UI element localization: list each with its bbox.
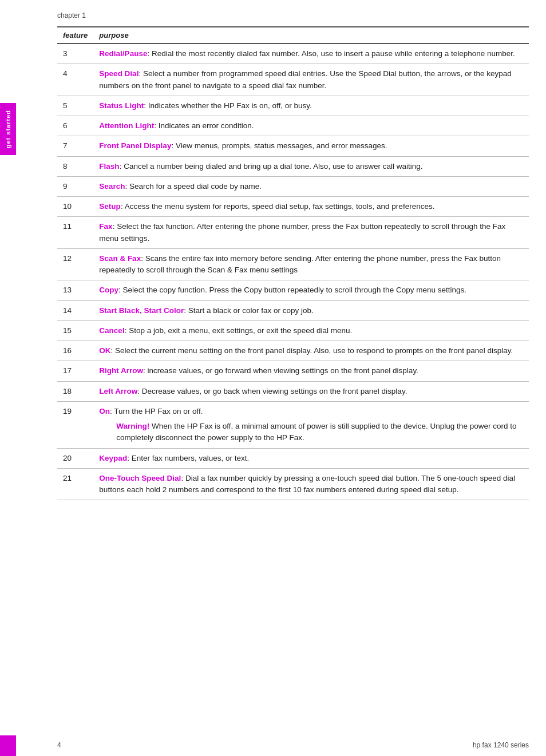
col-header-feature: feature (57, 27, 93, 43)
footer-pink-decoration (0, 735, 16, 756)
feature-number: 17 (57, 361, 93, 381)
feature-highlight: Left Arrow (99, 387, 137, 395)
feature-purpose: Right Arrow: increase values, or go forw… (93, 361, 529, 381)
feature-number: 3 (57, 43, 93, 64)
feature-text: : Decrease values, or go back when viewi… (137, 387, 407, 395)
feature-purpose: On: Turn the HP Fax on or off.Warning! W… (93, 401, 529, 448)
feature-highlight: Speed Dial (99, 69, 139, 78)
feature-highlight: Search (99, 182, 125, 191)
feature-text: : View menus, prompts, status messages, … (171, 141, 387, 150)
feature-number: 4 (57, 64, 93, 96)
feature-purpose: Redial/Pause: Redial the most recently d… (93, 43, 529, 64)
table-row: 12Scan & Fax: Scans the entire fax into … (57, 248, 529, 280)
feature-highlight: Redial/Pause (99, 49, 147, 58)
chapter-label: chapter 1 (57, 11, 529, 19)
feature-purpose: Search: Search for a speed dial code by … (93, 176, 529, 196)
feature-number: 18 (57, 381, 93, 401)
feature-purpose: Cancel: Stop a job, exit a menu, exit se… (93, 320, 529, 341)
feature-highlight: Status Light (99, 101, 144, 110)
page-footer: 4 hp fax 1240 series (23, 741, 529, 749)
feature-number: 5 (57, 96, 93, 116)
table-row: 17Right Arrow: increase values, or go fo… (57, 361, 529, 381)
table-body: 3Redial/Pause: Redial the most recently … (57, 43, 529, 500)
feature-number: 9 (57, 176, 93, 196)
feature-purpose: Front Panel Display: View menus, prompts… (93, 136, 529, 156)
feature-purpose: Scan & Fax: Scans the entire fax into me… (93, 248, 529, 280)
warning-text: When the HP Fax is off, a minimal amount… (116, 422, 516, 442)
feature-purpose: One-Touch Speed Dial: Dial a fax number … (93, 468, 529, 500)
feature-text: : Indicates an error condition. (154, 121, 254, 130)
warning-label: Warning! (116, 422, 149, 430)
feature-number: 20 (57, 448, 93, 468)
feature-purpose: OK: Select the current menu setting on t… (93, 341, 529, 361)
feature-text: : Indicates whether the HP Fax is on, of… (144, 101, 311, 110)
feature-number: 16 (57, 341, 93, 361)
table-row: 16OK: Select the current menu setting on… (57, 341, 529, 361)
feature-purpose: Attention Light: Indicates an error cond… (93, 116, 529, 136)
feature-highlight: Fax (99, 222, 112, 231)
feature-text: : Enter fax numbers, values, or text. (127, 454, 249, 462)
feature-highlight: Front Panel Display (99, 141, 171, 150)
table-header: feature purpose (57, 27, 529, 43)
footer-page-number: 4 (57, 741, 61, 749)
table-row: 19On: Turn the HP Fax on or off.Warning!… (57, 401, 529, 448)
feature-highlight: Scan & Fax (99, 254, 141, 263)
feature-highlight: Attention Light (99, 121, 154, 130)
feature-purpose: Setup: Access the menu system for report… (93, 197, 529, 217)
feature-number: 6 (57, 116, 93, 136)
feature-number: 8 (57, 156, 93, 176)
feature-text: : Start a black or color fax or copy job… (184, 306, 314, 315)
feature-text: : Select the current menu setting on the… (111, 346, 513, 355)
feature-number: 11 (57, 217, 93, 249)
feature-highlight: Start Black, Start Color (99, 306, 184, 315)
feature-purpose: Status Light: Indicates whether the HP F… (93, 96, 529, 116)
feature-purpose: Start Black, Start Color: Start a black … (93, 300, 529, 320)
col-header-purpose: purpose (93, 27, 529, 43)
table-row: 20Keypad: Enter fax numbers, values, or … (57, 448, 529, 468)
table-row: 10Setup: Access the menu system for repo… (57, 197, 529, 217)
feature-number: 14 (57, 300, 93, 320)
feature-text: : Stop a job, exit a menu, exit settings… (125, 326, 353, 335)
side-tab-label: get started (5, 110, 11, 148)
feature-text: : Turn the HP Fax on or off. (110, 407, 203, 415)
side-tab: get started (0, 103, 16, 155)
feature-number: 10 (57, 197, 93, 217)
table-row: 13Copy: Select the copy function. Press … (57, 280, 529, 300)
page-container: chapter 1 feature purpose 3Redial/Pause:… (23, 0, 529, 529)
table-row: 21One-Touch Speed Dial: Dial a fax numbe… (57, 468, 529, 500)
table-row: 6Attention Light: Indicates an error con… (57, 116, 529, 136)
feature-highlight: OK (99, 346, 110, 355)
feature-purpose: Speed Dial: Select a number from program… (93, 64, 529, 96)
feature-number: 15 (57, 320, 93, 341)
table-row: 5Status Light: Indicates whether the HP … (57, 96, 529, 116)
feature-purpose: Keypad: Enter fax numbers, values, or te… (93, 448, 529, 468)
feature-purpose: Copy: Select the copy function. Press th… (93, 280, 529, 300)
feature-number: 19 (57, 401, 93, 448)
feature-text: : Access the menu system for reports, sp… (121, 202, 435, 211)
table-row: 3Redial/Pause: Redial the most recently … (57, 43, 529, 64)
feature-highlight: Flash (99, 162, 119, 171)
feature-number: 12 (57, 248, 93, 280)
table-row: 8Flash: Cancel a number being dialed and… (57, 156, 529, 176)
warning-block: Warning! When the HP Fax is off, a minim… (99, 421, 523, 444)
footer-product-name: hp fax 1240 series (473, 741, 529, 749)
table-row: 18Left Arrow: Decrease values, or go bac… (57, 381, 529, 401)
feature-highlight: Keypad (99, 454, 127, 462)
table-row: 11Fax: Select the fax function. After en… (57, 217, 529, 249)
feature-highlight: Setup (99, 202, 121, 211)
feature-highlight: Copy (99, 286, 118, 294)
table-row: 9Search: Search for a speed dial code by… (57, 176, 529, 196)
table-row: 4Speed Dial: Select a number from progra… (57, 64, 529, 96)
feature-number: 21 (57, 468, 93, 500)
feature-text: : Select a number from programmed speed … (99, 69, 511, 89)
table-row: 14Start Black, Start Color: Start a blac… (57, 300, 529, 320)
feature-number: 7 (57, 136, 93, 156)
table-row: 15Cancel: Stop a job, exit a menu, exit … (57, 320, 529, 341)
feature-text: : Redial the most recently dialed fax nu… (147, 49, 515, 58)
feature-text: : Scans the entire fax into memory befor… (99, 254, 501, 274)
feature-purpose: Flash: Cancel a number being dialed and … (93, 156, 529, 176)
feature-text: : Select the copy function. Press the Co… (118, 286, 466, 294)
feature-number: 13 (57, 280, 93, 300)
feature-text: : increase values, or go forward when vi… (143, 366, 418, 375)
feature-text: : Cancel a number being dialed and bring… (120, 162, 423, 171)
